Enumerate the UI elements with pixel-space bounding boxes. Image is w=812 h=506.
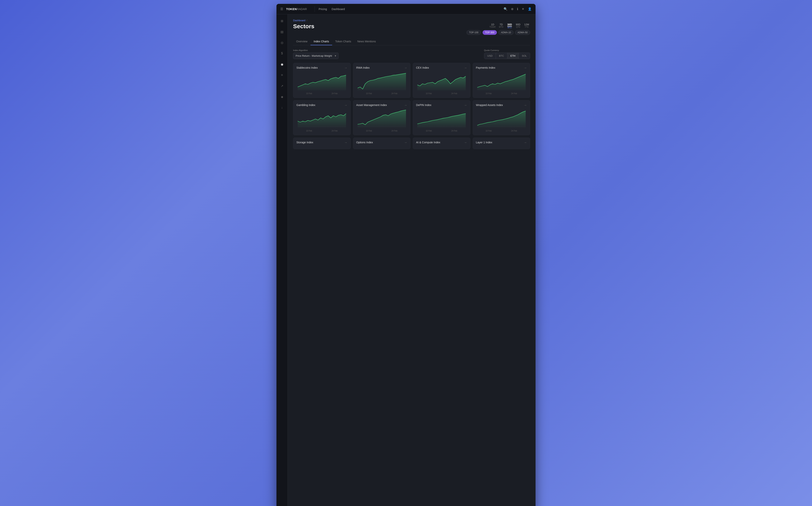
quote-eth[interactable]: ETH (507, 53, 519, 59)
chart-title-options: Options Index (356, 141, 373, 144)
chart-arrow-rwa: → (404, 66, 407, 70)
theme-icon[interactable]: ☀ (522, 7, 524, 11)
sidebar-icon-download[interactable]: ↓ (279, 104, 286, 111)
quote-currency-label: Quote Currency (484, 49, 530, 52)
period-1d[interactable]: 1D TODAY (489, 23, 496, 29)
chart-date-gambling-2: 24 Feb (331, 130, 337, 132)
chart-area-wrapped-assets (476, 109, 527, 129)
tab-index-charts[interactable]: Index Charts (310, 38, 332, 45)
filter-adma10[interactable]: ADMA-10 (498, 30, 513, 35)
sidebar-icon-export[interactable]: ↗ (279, 82, 286, 89)
filter-icon[interactable]: ⊗ (511, 7, 513, 11)
chart-date-wrapped-1: 10 Feb (486, 130, 492, 132)
chart-arrow-options: → (404, 141, 407, 144)
chart-title-storage: Storage Index (296, 141, 313, 144)
quote-currency-control: Quote Currency USD BTC ETH SOL (484, 49, 530, 59)
chart-card-asset-management[interactable]: Asset Management Index → (353, 100, 411, 135)
chart-card-gambling[interactable]: Gambling Index → (293, 100, 351, 135)
quote-sol[interactable]: SOL (519, 53, 530, 59)
sidebar-icon-radar[interactable]: ◉ (279, 61, 286, 68)
chart-card-options[interactable]: Options Index → (353, 138, 411, 149)
chart-title-payments: Payments Index (476, 66, 495, 69)
tab-overview[interactable]: Overview (293, 38, 310, 45)
bottom-row: Storage Index → Options Index → AI & Com… (293, 138, 530, 149)
info-icon[interactable]: ℹ (517, 7, 518, 11)
page-title-row: Sectors 1D TODAY 7D WTD 30D MT (293, 23, 530, 35)
chart-title-wrapped-assets: Wrapped Assets Index (476, 103, 503, 106)
index-algo-select[interactable]: Price Return - Marketcap Weight (293, 53, 338, 59)
chart-arrow-depin: → (464, 103, 467, 107)
sidebar-icon-dollar[interactable]: $ (279, 50, 286, 57)
chart-card-storage[interactable]: Storage Index → (293, 138, 351, 149)
filter-top100[interactable]: TOP-100 (467, 30, 481, 35)
chart-arrow-wrapped-assets: → (524, 103, 527, 107)
sidebar-icon-token[interactable]: ◈ (279, 93, 286, 100)
controls-bar: Index Algorithm Price Return - Marketcap… (293, 49, 530, 59)
chart-card-layer1[interactable]: Layer 1 Index → (473, 138, 530, 149)
sidebar-icon-target[interactable]: ◎ (279, 39, 286, 46)
chart-area-gambling (296, 109, 347, 129)
nav-links: Pricing Dashboard (319, 8, 345, 11)
chart-area-payments (476, 72, 527, 91)
tab-news-mentions[interactable]: News Mentions (354, 38, 379, 45)
chart-date-stablecoins-2: 24 Feb (331, 92, 337, 95)
charts-grid: Stablecoins Index → (293, 63, 530, 135)
nav-dashboard[interactable]: Dashboard (331, 8, 345, 11)
chart-card-depin[interactable]: DePIN Index → (413, 100, 471, 135)
sidebar-icon-doc[interactable]: ≡ (279, 72, 286, 79)
chart-card-rwa[interactable]: RWA Index → (353, 63, 411, 98)
chart-title-ai-compute: AI & Compute Index (416, 141, 440, 144)
chart-card-cex[interactable]: CEX Index → (413, 63, 471, 98)
logo: TOKEN RADAR (286, 7, 307, 11)
period-7d[interactable]: 7D WTD (498, 23, 505, 29)
chart-date-payments-1: 10 Feb (486, 92, 492, 95)
period-30d[interactable]: 30D MTD (506, 23, 513, 29)
chart-title-rwa: RWA Index (356, 66, 370, 69)
sidebar: ⊞ ▤ ◎ $ ◉ ≡ ↗ ◈ ↓ (277, 14, 288, 506)
breadcrumb-parent[interactable]: Dashboard (293, 19, 305, 22)
chart-area-depin (416, 109, 467, 129)
chart-area-asset-management (356, 109, 407, 129)
tabs: Overview Index Charts Token Charts News … (293, 38, 530, 45)
select-wrapper: Price Return - Marketcap Weight ▼ (293, 53, 338, 59)
top-nav: ☰ TOKEN RADAR Pricing Dashboard 🔍 ⊗ ℹ ☀ … (277, 4, 535, 14)
chart-area-rwa (356, 72, 407, 91)
chart-arrow-payments: → (524, 66, 527, 70)
nav-right: 🔍 ⊗ ℹ ☀ 👤 (504, 7, 532, 11)
chart-card-wrapped-assets[interactable]: Wrapped Assets Index → (473, 100, 530, 135)
search-icon[interactable]: 🔍 (504, 7, 508, 11)
chart-arrow-asset-management: → (404, 103, 407, 107)
filter-tags: TOP-100 TOP-300 ADMA-10 ADMA-50 (467, 30, 530, 35)
chart-date-depin-1: 10 Feb (426, 130, 432, 132)
chart-card-payments[interactable]: Payments Index → (473, 63, 530, 98)
breadcrumb: Dashboard / (293, 19, 530, 22)
chart-area-cex (416, 72, 467, 91)
chart-arrow-layer1: → (524, 141, 527, 144)
chart-title-layer1: Layer 1 Index (476, 141, 492, 144)
chart-arrow-stablecoins: → (344, 66, 347, 70)
chart-date-rwa-1: 10 Feb (366, 92, 372, 95)
logo-token: TOKEN (286, 7, 297, 11)
chart-title-asset-management: Asset Management Index (356, 103, 387, 106)
chart-date-depin-2: 24 Feb (451, 130, 457, 132)
sidebar-icon-chart[interactable]: ▤ (279, 28, 286, 35)
filter-top300[interactable]: TOP-300 (483, 30, 497, 35)
breadcrumb-sep: / (307, 19, 307, 22)
quote-usd[interactable]: USD (484, 53, 496, 59)
chart-title-gambling: Gambling Index (296, 103, 315, 106)
quote-btc[interactable]: BTC (496, 53, 507, 59)
chart-title-stablecoins: Stablecoins Index (296, 66, 318, 69)
period-buttons: 1D TODAY 7D WTD 30D MTD 90D (489, 23, 530, 29)
hamburger-icon[interactable]: ☰ (280, 7, 283, 11)
period-12m[interactable]: 12M YTD (523, 23, 530, 29)
chart-card-ai-compute[interactable]: AI & Compute Index → (413, 138, 471, 149)
chart-date-gambling-1: 10 Feb (306, 130, 312, 132)
sidebar-icon-grid[interactable]: ⊞ (279, 17, 286, 24)
chart-card-stablecoins[interactable]: Stablecoins Index → (293, 63, 351, 98)
logo-radar: RADAR (297, 7, 307, 11)
filter-adma50[interactable]: ADMA-50 (515, 30, 530, 35)
tab-token-charts[interactable]: Token Charts (332, 38, 354, 45)
period-90d[interactable]: 90D QTD (515, 23, 522, 29)
user-icon[interactable]: 👤 (528, 7, 532, 11)
nav-pricing[interactable]: Pricing (319, 8, 327, 11)
